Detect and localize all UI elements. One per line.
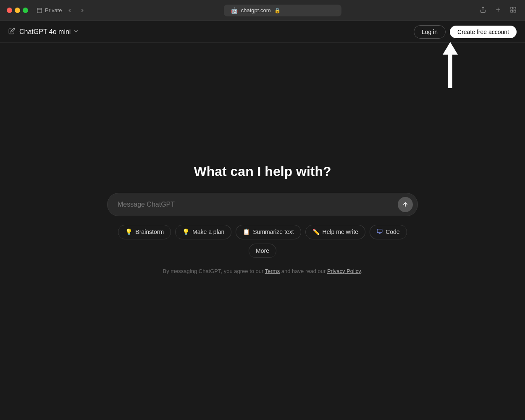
summarize-text-icon: 📋 [243,228,250,235]
arrow-shaft [448,55,452,88]
input-container [107,193,418,216]
address-bar[interactable]: 🤖 chatgpt.com 🔒 [224,5,341,16]
private-mode-label: Private [37,7,62,13]
summarize-text-button[interactable]: 📋 Summarize text [236,225,301,239]
arrow-indicator [443,42,458,88]
login-button[interactable]: Log in [414,25,446,39]
app-title-text: ChatGPT 4o mini [19,28,71,36]
code-icon [377,228,383,236]
help-me-write-label: Help me write [323,228,359,235]
more-label: More [256,247,269,254]
footer-text-after: . [361,268,362,274]
main-title: What can I help with? [194,164,331,179]
browser-nav: Private [37,6,87,15]
summarize-text-label: Summarize text [253,228,294,235]
app-title-dropdown[interactable]: ChatGPT 4o mini [19,28,79,36]
svg-rect-7 [514,10,516,12]
terms-link[interactable]: Terms [265,268,280,274]
chevron-down-icon [73,28,79,35]
browser-actions [478,5,518,16]
maximize-button[interactable] [23,8,28,13]
make-a-plan-icon: 💡 [182,228,189,235]
brainstorm-label: Brainstorm [135,228,164,235]
brainstorm-icon: 💡 [125,228,132,235]
tabs-button[interactable] [508,5,518,16]
create-account-button[interactable]: Create free account [450,26,517,38]
url-text: chatgpt.com [241,7,271,13]
window-icon [37,8,42,13]
close-button[interactable] [7,8,12,13]
private-text: Private [45,7,62,13]
quick-actions: 💡 Brainstorm 💡 Make a plan 📋 Summarize t… [107,225,418,258]
help-me-write-button[interactable]: ✏️ Help me write [305,225,366,239]
svg-rect-9 [377,229,382,232]
privacy-link[interactable]: Privacy Policy [327,268,361,274]
lock-icon: 🔒 [274,8,281,13]
make-a-plan-label: Make a plan [192,228,224,235]
footer-text-between: and have read our [280,268,327,274]
browser-chrome: Private 🤖 chatgpt.com 🔒 [0,0,525,21]
minimize-button[interactable] [15,8,20,13]
footer-text-before: By messaging ChatGPT, you agree to our [163,268,265,274]
back-button[interactable] [65,6,74,15]
app-logo-area: ChatGPT 4o mini [8,28,414,36]
code-label: Code [386,228,399,235]
svg-rect-0 [37,8,42,13]
svg-rect-6 [511,10,513,12]
address-bar-container: 🤖 chatgpt.com 🔒 [92,5,473,16]
traffic-lights [7,8,28,13]
svg-rect-5 [514,7,516,9]
edit-icon[interactable] [8,28,15,36]
brainstorm-button[interactable]: 💡 Brainstorm [118,225,171,239]
footer-text: By messaging ChatGPT, you agree to our T… [163,268,362,274]
share-button[interactable] [478,5,488,16]
header-actions: Log in Create free account [414,25,517,39]
app-header: ChatGPT 4o mini Log in Create free accou… [0,21,525,43]
send-button[interactable] [398,197,413,212]
more-button[interactable]: More [249,244,276,258]
code-button[interactable]: Code [370,225,407,239]
help-me-write-icon: ✏️ [312,228,320,235]
make-a-plan-button[interactable]: 💡 Make a plan [175,225,231,239]
message-input[interactable] [107,193,418,216]
main-content: What can I help with? 💡 Brainstorm 💡 Mak… [0,43,525,420]
new-tab-button[interactable] [493,5,503,16]
forward-button[interactable] [78,6,87,15]
chatgpt-favicon: 🤖 [231,7,238,14]
arrow-up [443,42,458,55]
svg-rect-4 [511,7,513,9]
